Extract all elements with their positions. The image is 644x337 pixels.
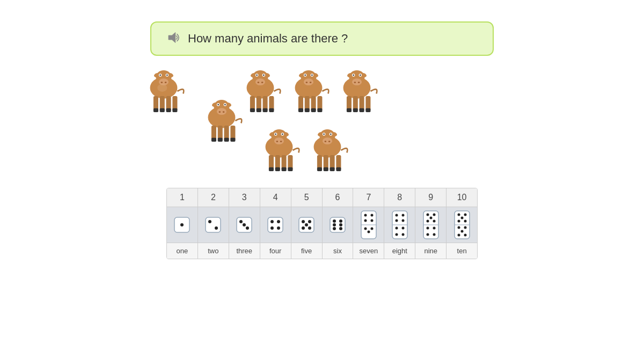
svg-point-87: [353, 75, 354, 76]
svg-rect-38: [218, 138, 223, 142]
word-five[interactable]: five: [291, 243, 323, 259]
svg-point-106: [275, 134, 276, 135]
speaker-icon[interactable]: [164, 29, 181, 48]
svg-point-143: [243, 223, 246, 226]
svg-point-45: [255, 78, 265, 85]
svg-rect-20: [172, 108, 177, 112]
svg-point-187: [426, 220, 429, 223]
word-ten[interactable]: ten: [447, 243, 477, 259]
svg-point-51: [263, 75, 265, 76]
svg-point-137: [180, 223, 184, 226]
svg-point-166: [370, 214, 373, 217]
svg-rect-113: [269, 167, 274, 171]
num-7[interactable]: 7: [353, 188, 384, 207]
svg-point-184: [426, 214, 429, 216]
svg-point-165: [364, 214, 367, 217]
svg-point-149: [277, 226, 280, 230]
word-nine[interactable]: nine: [415, 243, 447, 259]
svg-point-27: [219, 111, 221, 113]
svg-point-189: [426, 227, 429, 230]
word-eight[interactable]: eight: [384, 243, 415, 259]
number-table: 1 2 3 4 5 6 7 8 9 10: [166, 188, 478, 259]
word-three[interactable]: three: [229, 243, 260, 259]
svg-point-185: [433, 214, 435, 216]
svg-point-151: [302, 220, 305, 223]
svg-rect-95: [353, 108, 358, 112]
num-10[interactable]: 10: [447, 188, 477, 207]
svg-point-64: [304, 78, 313, 85]
svg-point-162: [339, 227, 342, 230]
dice-1: [167, 207, 198, 243]
svg-point-155: [308, 226, 311, 230]
num-9[interactable]: 9: [415, 188, 447, 207]
svg-point-30: [217, 104, 219, 106]
svg-point-127: [330, 134, 332, 135]
num-4[interactable]: 4: [260, 188, 291, 207]
dice-8: [384, 207, 415, 243]
dice-5: [291, 207, 323, 243]
svg-point-70: [311, 75, 313, 76]
svg-rect-37: [211, 138, 216, 142]
num-3[interactable]: 3: [229, 188, 260, 207]
svg-point-178: [395, 227, 398, 230]
svg-point-140: [215, 226, 218, 230]
num-6[interactable]: 6: [323, 188, 354, 207]
svg-point-122: [325, 141, 327, 142]
num-8[interactable]: 8: [384, 188, 415, 207]
svg-point-160: [339, 223, 342, 226]
svg-point-66: [310, 82, 312, 83]
svg-point-179: [401, 227, 404, 230]
word-two[interactable]: two: [198, 243, 229, 259]
word-seven[interactable]: seven: [353, 243, 384, 259]
svg-rect-132: [317, 167, 322, 171]
animal-6: [255, 123, 303, 177]
svg-rect-77: [311, 108, 316, 112]
svg-point-159: [333, 223, 336, 226]
num-5[interactable]: 5: [291, 188, 323, 207]
svg-rect-115: [282, 167, 287, 171]
animal-1: [140, 64, 188, 118]
svg-point-84: [354, 82, 356, 83]
svg-point-89: [360, 75, 361, 76]
word-row: one two three four five six seven eight …: [167, 243, 477, 259]
svg-point-204: [464, 234, 466, 237]
svg-point-203: [457, 234, 460, 237]
question-box: How many animals are there ?: [150, 21, 494, 56]
svg-point-197: [460, 217, 463, 219]
svg-point-7: [161, 82, 163, 83]
svg-rect-59: [269, 108, 274, 112]
dice-row: [167, 207, 477, 243]
svg-rect-40: [230, 138, 235, 142]
dice-4: [260, 207, 291, 243]
num-1[interactable]: 1: [167, 188, 198, 207]
svg-point-146: [270, 220, 274, 223]
dice-7: [353, 207, 384, 243]
svg-rect-138: [206, 217, 221, 232]
svg-rect-97: [365, 108, 370, 112]
dice-10: [447, 207, 477, 243]
svg-point-198: [457, 220, 460, 223]
svg-rect-58: [263, 108, 268, 112]
svg-point-195: [457, 214, 460, 216]
word-six[interactable]: six: [323, 243, 354, 259]
word-one[interactable]: one: [167, 243, 198, 259]
word-four[interactable]: four: [260, 243, 291, 259]
svg-point-180: [395, 233, 398, 236]
svg-point-123: [328, 141, 331, 142]
svg-rect-133: [324, 167, 328, 171]
svg-point-32: [224, 104, 226, 106]
svg-point-121: [323, 137, 332, 144]
dice-3: [229, 207, 260, 243]
svg-point-28: [223, 111, 225, 113]
svg-point-168: [370, 219, 373, 222]
number-row: 1 2 3 4 5 6 7 8 9 10: [167, 188, 477, 207]
svg-rect-17: [153, 108, 158, 112]
svg-rect-145: [268, 217, 283, 232]
svg-rect-19: [166, 108, 171, 112]
svg-rect-135: [336, 167, 341, 171]
num-2[interactable]: 2: [198, 188, 229, 207]
svg-point-26: [217, 108, 226, 115]
svg-point-201: [464, 226, 466, 229]
svg-point-200: [457, 226, 460, 229]
svg-point-174: [395, 214, 398, 217]
